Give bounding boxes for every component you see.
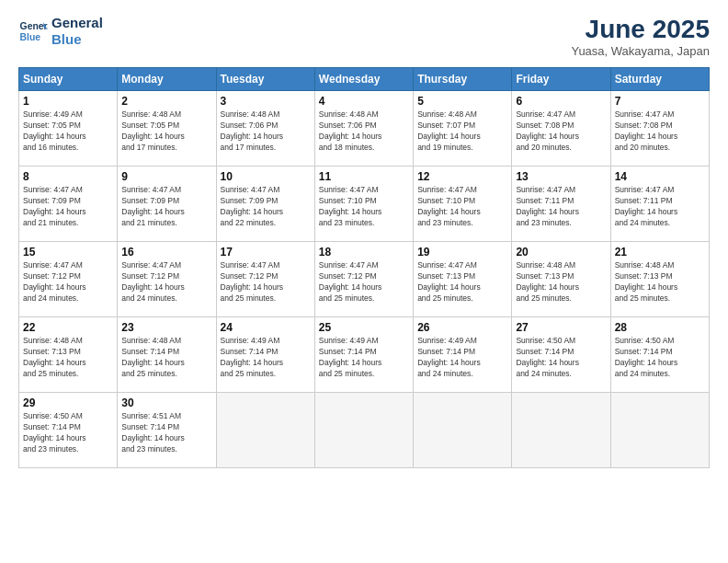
day-info: Sunrise: 4:49 AM Sunset: 7:14 PM Dayligh…: [319, 336, 409, 380]
day-number: 29: [23, 396, 113, 409]
day-number: 4: [319, 95, 409, 108]
weekday-tuesday: Tuesday: [216, 68, 314, 91]
day-info: Sunrise: 4:47 AM Sunset: 7:13 PM Dayligh…: [417, 260, 507, 304]
week-row-1: 1Sunrise: 4:49 AM Sunset: 7:05 PM Daylig…: [19, 91, 710, 167]
day-cell-24: 24Sunrise: 4:49 AM Sunset: 7:14 PM Dayli…: [216, 317, 314, 393]
day-info: Sunrise: 4:47 AM Sunset: 7:11 PM Dayligh…: [516, 185, 606, 229]
day-cell-9: 9Sunrise: 4:47 AM Sunset: 7:09 PM Daylig…: [118, 167, 216, 242]
day-cell-6: 6Sunrise: 4:47 AM Sunset: 7:08 PM Daylig…: [512, 91, 610, 167]
weekday-header-row: SundayMondayTuesdayWednesdayThursdayFrid…: [19, 68, 710, 91]
day-cell-12: 12Sunrise: 4:47 AM Sunset: 7:10 PM Dayli…: [414, 167, 512, 242]
location: Yuasa, Wakayama, Japan: [571, 44, 710, 58]
day-info: Sunrise: 4:47 AM Sunset: 7:09 PM Dayligh…: [221, 185, 311, 229]
calendar: SundayMondayTuesdayWednesdayThursdayFrid…: [18, 67, 710, 468]
day-number: 16: [121, 246, 211, 259]
day-number: 27: [516, 321, 606, 334]
day-number: 20: [516, 246, 606, 259]
day-number: 18: [319, 246, 409, 259]
day-cell-23: 23Sunrise: 4:48 AM Sunset: 7:14 PM Dayli…: [118, 317, 216, 393]
day-number: 17: [221, 246, 311, 259]
day-cell-1: 1Sunrise: 4:49 AM Sunset: 7:05 PM Daylig…: [19, 91, 118, 167]
day-info: Sunrise: 4:47 AM Sunset: 7:12 PM Dayligh…: [23, 260, 113, 304]
month-title: June 2025: [571, 15, 710, 44]
logo: General Blue General Blue: [18, 15, 103, 48]
day-number: 21: [615, 246, 705, 259]
day-info: Sunrise: 4:47 AM Sunset: 7:08 PM Dayligh…: [516, 109, 606, 154]
day-cell-29: 29Sunrise: 4:50 AM Sunset: 7:14 PM Dayli…: [19, 393, 118, 468]
logo-blue: Blue: [51, 31, 103, 48]
day-cell-11: 11Sunrise: 4:47 AM Sunset: 7:10 PM Dayli…: [314, 167, 413, 242]
day-cell-18: 18Sunrise: 4:47 AM Sunset: 7:12 PM Dayli…: [314, 242, 413, 317]
day-info: Sunrise: 4:47 AM Sunset: 7:09 PM Dayligh…: [23, 185, 113, 229]
svg-text:Blue: Blue: [20, 32, 41, 42]
weekday-wednesday: Wednesday: [314, 68, 413, 91]
day-number: 8: [23, 170, 113, 183]
day-cell-3: 3Sunrise: 4:48 AM Sunset: 7:06 PM Daylig…: [216, 91, 314, 167]
day-number: 30: [121, 396, 211, 409]
day-number: 2: [121, 95, 211, 108]
day-cell-17: 17Sunrise: 4:47 AM Sunset: 7:12 PM Dayli…: [216, 242, 314, 317]
empty-cell: [414, 393, 512, 468]
title-block: June 2025 Yuasa, Wakayama, Japan: [571, 15, 710, 58]
day-cell-14: 14Sunrise: 4:47 AM Sunset: 7:11 PM Dayli…: [610, 167, 709, 242]
weekday-thursday: Thursday: [414, 68, 512, 91]
weekday-sunday: Sunday: [19, 68, 118, 91]
day-cell-5: 5Sunrise: 4:48 AM Sunset: 7:07 PM Daylig…: [414, 91, 512, 167]
day-info: Sunrise: 4:50 AM Sunset: 7:14 PM Dayligh…: [615, 336, 705, 380]
day-info: Sunrise: 4:49 AM Sunset: 7:14 PM Dayligh…: [221, 336, 311, 380]
day-info: Sunrise: 4:47 AM Sunset: 7:12 PM Dayligh…: [121, 260, 211, 304]
day-number: 11: [319, 170, 409, 183]
day-number: 25: [319, 321, 409, 334]
logo-general: General: [51, 15, 103, 31]
day-number: 5: [417, 95, 507, 108]
day-info: Sunrise: 4:50 AM Sunset: 7:14 PM Dayligh…: [23, 411, 113, 455]
day-number: 23: [121, 321, 211, 334]
week-row-2: 8Sunrise: 4:47 AM Sunset: 7:09 PM Daylig…: [19, 167, 710, 242]
weekday-saturday: Saturday: [610, 68, 709, 91]
day-number: 15: [23, 246, 113, 259]
day-info: Sunrise: 4:47 AM Sunset: 7:11 PM Dayligh…: [615, 185, 705, 229]
day-cell-16: 16Sunrise: 4:47 AM Sunset: 7:12 PM Dayli…: [118, 242, 216, 317]
day-info: Sunrise: 4:48 AM Sunset: 7:13 PM Dayligh…: [615, 260, 705, 304]
day-info: Sunrise: 4:47 AM Sunset: 7:08 PM Dayligh…: [615, 109, 705, 154]
day-info: Sunrise: 4:48 AM Sunset: 7:07 PM Dayligh…: [417, 109, 507, 154]
week-row-5: 29Sunrise: 4:50 AM Sunset: 7:14 PM Dayli…: [19, 393, 710, 468]
day-cell-28: 28Sunrise: 4:50 AM Sunset: 7:14 PM Dayli…: [610, 317, 709, 393]
day-info: Sunrise: 4:50 AM Sunset: 7:14 PM Dayligh…: [516, 336, 606, 380]
logo-icon: General Blue: [18, 17, 48, 46]
weekday-friday: Friday: [512, 68, 610, 91]
day-info: Sunrise: 4:48 AM Sunset: 7:05 PM Dayligh…: [121, 109, 211, 154]
day-number: 26: [417, 321, 507, 334]
header: General Blue General Blue June 2025 Yuas…: [18, 15, 710, 58]
day-number: 6: [516, 95, 606, 108]
day-cell-30: 30Sunrise: 4:51 AM Sunset: 7:14 PM Dayli…: [118, 393, 216, 468]
day-info: Sunrise: 4:48 AM Sunset: 7:13 PM Dayligh…: [516, 260, 606, 304]
day-info: Sunrise: 4:47 AM Sunset: 7:09 PM Dayligh…: [121, 185, 211, 229]
day-cell-21: 21Sunrise: 4:48 AM Sunset: 7:13 PM Dayli…: [610, 242, 709, 317]
day-info: Sunrise: 4:48 AM Sunset: 7:06 PM Dayligh…: [319, 109, 409, 154]
day-info: Sunrise: 4:47 AM Sunset: 7:10 PM Dayligh…: [319, 185, 409, 229]
day-info: Sunrise: 4:49 AM Sunset: 7:14 PM Dayligh…: [417, 336, 507, 380]
day-cell-4: 4Sunrise: 4:48 AM Sunset: 7:06 PM Daylig…: [314, 91, 413, 167]
day-info: Sunrise: 4:48 AM Sunset: 7:06 PM Dayligh…: [221, 109, 311, 154]
empty-cell: [610, 393, 709, 468]
day-cell-8: 8Sunrise: 4:47 AM Sunset: 7:09 PM Daylig…: [19, 167, 118, 242]
day-cell-27: 27Sunrise: 4:50 AM Sunset: 7:14 PM Dayli…: [512, 317, 610, 393]
day-cell-26: 26Sunrise: 4:49 AM Sunset: 7:14 PM Dayli…: [414, 317, 512, 393]
day-number: 22: [23, 321, 113, 334]
day-number: 14: [615, 170, 705, 183]
day-cell-22: 22Sunrise: 4:48 AM Sunset: 7:13 PM Dayli…: [19, 317, 118, 393]
day-cell-10: 10Sunrise: 4:47 AM Sunset: 7:09 PM Dayli…: [216, 167, 314, 242]
day-cell-13: 13Sunrise: 4:47 AM Sunset: 7:11 PM Dayli…: [512, 167, 610, 242]
week-row-3: 15Sunrise: 4:47 AM Sunset: 7:12 PM Dayli…: [19, 242, 710, 317]
day-number: 24: [221, 321, 311, 334]
day-info: Sunrise: 4:48 AM Sunset: 7:14 PM Dayligh…: [121, 336, 211, 380]
day-cell-19: 19Sunrise: 4:47 AM Sunset: 7:13 PM Dayli…: [414, 242, 512, 317]
day-info: Sunrise: 4:47 AM Sunset: 7:12 PM Dayligh…: [319, 260, 409, 304]
empty-cell: [512, 393, 610, 468]
day-cell-25: 25Sunrise: 4:49 AM Sunset: 7:14 PM Dayli…: [314, 317, 413, 393]
day-cell-2: 2Sunrise: 4:48 AM Sunset: 7:05 PM Daylig…: [118, 91, 216, 167]
day-info: Sunrise: 4:48 AM Sunset: 7:13 PM Dayligh…: [23, 336, 113, 380]
day-number: 9: [121, 170, 211, 183]
day-number: 13: [516, 170, 606, 183]
